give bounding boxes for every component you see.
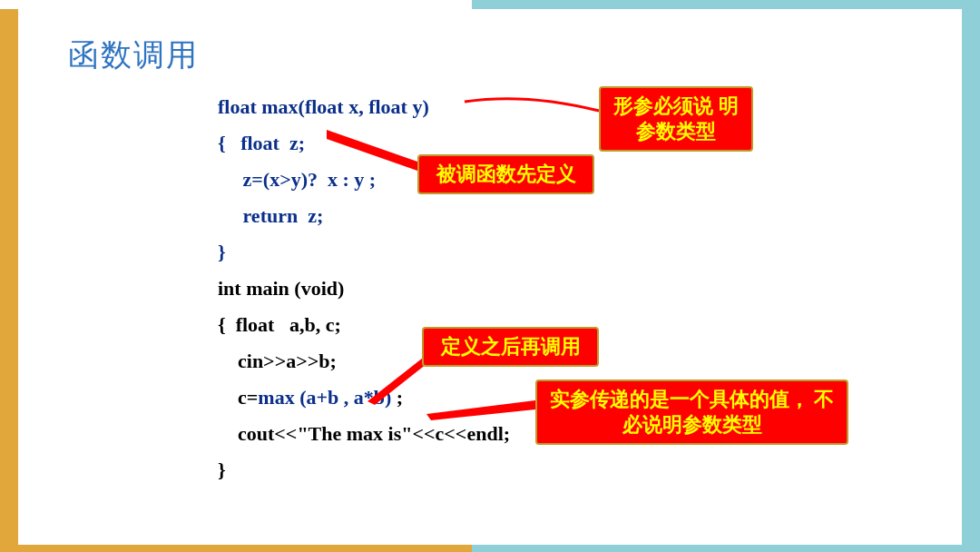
border-left (0, 9, 18, 545)
pointer-2 (327, 125, 426, 175)
code-line-1: float max(float x, float y) (218, 95, 429, 118)
code-line-9a: c= (218, 386, 258, 409)
wechat-icon (840, 519, 862, 537)
code-line-2a: { (218, 132, 240, 154)
code-line-10: cout<<"The max is"<<c<<endl; (218, 422, 510, 445)
attribution-text: 29号造物吧 (867, 518, 951, 539)
code-line-5: } (218, 241, 226, 263)
pointer-1 (463, 93, 608, 129)
callout-actual-args: 实参传递的是一个具体的值， 不必说明参数类型 (535, 380, 848, 445)
slide-title: 函数调用 (68, 34, 199, 76)
code-line-11: } (218, 458, 226, 481)
code-line-2b: float z; (240, 132, 305, 154)
callout-call-after-define: 定义之后再调用 (422, 327, 599, 367)
code-line-4: return z; (218, 204, 323, 227)
code-line-6: int main (void) (218, 277, 344, 300)
svg-marker-0 (327, 130, 417, 171)
svg-marker-2 (426, 400, 535, 420)
border-bottom-right (472, 545, 980, 552)
slide-frame: 函数调用 float max(float x, float y) { float… (18, 9, 962, 545)
code-line-8: cin>>a>>b; (218, 350, 337, 372)
pointer-4 (426, 398, 544, 425)
code-line-7: { float a,b, c; (218, 313, 341, 336)
border-top-right (472, 0, 980, 9)
border-bottom-left (0, 545, 472, 552)
callout-params-type: 形参必须说 明参数类型 (599, 86, 753, 152)
callout-define-first: 被调函数先定义 (417, 154, 594, 194)
border-right (962, 0, 980, 552)
attribution: 29号造物吧 (840, 518, 951, 539)
